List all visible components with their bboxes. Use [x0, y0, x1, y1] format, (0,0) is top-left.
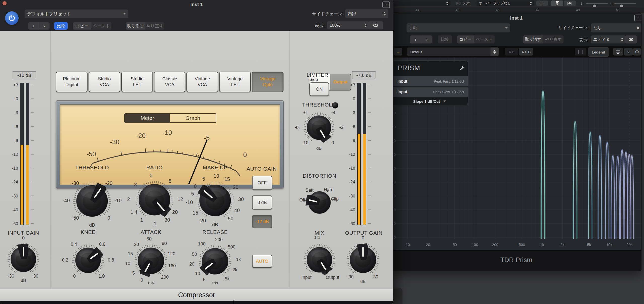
stepper-icon	[446, 2, 449, 5]
meter-scale-label: -12	[349, 152, 355, 157]
auto-gain-minus12-button[interactable]: -12 dB	[252, 215, 272, 228]
ratio-knob[interactable]: 5382121.420130:1	[124, 169, 185, 230]
compressor-plugin-header: Inst 1 ↑ デフォルトプリセット ‹ › 比較 コピー ペースト 取り消す…	[0, 0, 393, 31]
prev-preset-button[interactable]: ‹	[28, 22, 39, 30]
prism-view-label: 表示:	[568, 37, 588, 43]
vu-scale-label: 0	[243, 151, 247, 159]
knee-knob[interactable]: 0.40.60.20.801.0	[60, 233, 116, 288]
prism-sidechain-label: サイドチェーン:	[542, 25, 588, 31]
prism-prev-preset-button[interactable]: ‹	[410, 35, 421, 43]
prism-redo-button[interactable]: やり直す	[543, 35, 564, 43]
auto-gain-0db-button[interactable]: 0 dB	[252, 195, 272, 210]
pause-button[interactable]: ❙❙	[575, 48, 586, 56]
preset-stepper[interactable]	[491, 47, 499, 56]
help-button[interactable]: ?	[624, 48, 633, 56]
freq-axis-label: 10k	[606, 242, 613, 247]
prism-next-preset-button[interactable]: ›	[421, 35, 432, 43]
vzoom-slider[interactable]	[586, 3, 608, 4]
output-gain-knob[interactable]: 0-3030dB	[335, 232, 391, 288]
makeup-knob[interactable]: 05101520304050-5-10-15-20dB	[184, 170, 246, 231]
knob-scale-label: 10	[214, 173, 219, 179]
prism-sidechain-select[interactable]: なし	[591, 23, 641, 32]
ab-button[interactable]: A B	[505, 48, 518, 56]
model-button-vintage-vca[interactable]: VintageVCA	[186, 72, 218, 92]
db-scale-label-clipped: 0	[394, 111, 396, 115]
gear-icon[interactable]: ⚙	[633, 48, 641, 56]
model-button-vintage-opto[interactable]: VintageOpto	[252, 72, 284, 92]
prism-view-select[interactable]: エディタ	[591, 35, 626, 43]
legend-button[interactable]: Legend	[588, 47, 609, 57]
power-button[interactable]	[5, 11, 19, 25]
knob-scale-label: -40	[63, 198, 70, 203]
prism-channel-row[interactable]: Input Peak Fast, 1/12 oct	[391, 76, 468, 86]
redo-button[interactable]: やり直す	[145, 22, 164, 30]
view-zoom-select[interactable]: 100%	[327, 21, 369, 29]
knob-scale-label: 0	[22, 235, 25, 240]
model-button-studio-vca[interactable]: StudioVCA	[89, 72, 120, 92]
knob-scale-label: 40	[234, 208, 240, 213]
window-link-icon[interactable]: ↑	[382, 2, 390, 8]
prism-undo-button[interactable]: 取り消す	[523, 35, 543, 43]
prism-channel-row[interactable]: Input Peak Slow, 1/12 oct	[391, 87, 468, 97]
compressor-preset-select[interactable]: デフォルトプリセット	[25, 10, 128, 18]
link-icon	[373, 23, 379, 27]
model-button-platinum-digital[interactable]: PlatinumDigital	[56, 72, 88, 92]
model-button-studio-fet[interactable]: StudioFET	[121, 72, 153, 92]
limiter-title: LIMITER	[307, 72, 328, 78]
undo-button[interactable]: 取り消す	[126, 22, 145, 30]
routing-arrow-icon[interactable]: →	[394, 48, 402, 56]
limiter-on-button[interactable]: ON	[309, 82, 329, 96]
input-gain-knob[interactable]: 0-3030dB	[0, 232, 51, 287]
release-knob[interactable]: 10020050500201k102k55kms	[187, 233, 243, 289]
prism-view-value: エディタ	[593, 37, 610, 42]
sidechain-select[interactable]: 内部	[345, 9, 388, 18]
model-button-classic-vca[interactable]: ClassicVCA	[154, 72, 186, 92]
copy-button[interactable]: コピー	[73, 22, 91, 30]
auto-gain-off-button[interactable]: OFF	[252, 176, 272, 190]
prism-preset-select[interactable]: 手動	[407, 23, 510, 32]
stepper-icon	[637, 26, 639, 30]
meter-tab[interactable]: Meter	[125, 114, 170, 122]
prism-link-button[interactable]	[625, 35, 637, 43]
waveform-zoom-icon[interactable]	[536, 1, 548, 6]
window-link-icon[interactable]: ↑	[634, 15, 641, 21]
drag-mode-select[interactable]: オーバーラップなし	[477, 1, 534, 6]
prism-compare-button[interactable]: 比較	[438, 35, 452, 43]
next-preset-button[interactable]: ›	[39, 22, 50, 30]
prism-plugin-header: Inst 1 ↑ 手動 サイドチェーン: なし ‹ › 比較 コピー ペースト …	[391, 13, 641, 46]
model-button-vintage-fet[interactable]: VintageFET	[219, 72, 251, 92]
monitor-icon[interactable]	[613, 48, 623, 56]
limiter-threshold-knob[interactable]: -6-4-8-2-100dB	[292, 100, 346, 155]
knob-scale-label: -30	[8, 274, 14, 279]
meter-scale-label: -18	[349, 166, 355, 171]
vertical-auto-zoom-icon[interactable]	[551, 1, 563, 6]
paste-button[interactable]: ペースト	[91, 22, 111, 30]
link-button[interactable]	[368, 21, 383, 29]
wrench-icon[interactable]	[459, 65, 464, 72]
attack-knob[interactable]: 502080151201016052000ms	[123, 233, 179, 289]
a-to-b-button[interactable]: A > B	[519, 48, 533, 56]
ruler-bar-number: 45	[496, 8, 499, 12]
threshold-title: THRESHOLD	[75, 165, 109, 171]
meter-scale-label: +3	[13, 83, 18, 87]
auto-release-button[interactable]: AUTO	[252, 255, 272, 268]
compare-button[interactable]: 比較	[54, 22, 68, 30]
db-scale-label-clipped: 0	[394, 194, 396, 198]
distortion-knob[interactable]: SoftHardOffClip	[293, 176, 346, 229]
knob-unit-label: dB	[360, 279, 366, 284]
knob-scale-label: 1.4	[131, 209, 138, 215]
stepper-icon	[364, 24, 367, 27]
freq-axis-label: 10	[406, 242, 410, 247]
horizontal-auto-zoom-icon[interactable]	[564, 1, 576, 6]
prism-paste-button[interactable]: ペースト	[474, 35, 495, 43]
graph-tab[interactable]: Graph	[170, 114, 216, 122]
prism-copy-button[interactable]: コピー	[457, 35, 474, 43]
slope-select[interactable]: Slope 3 dB/Oct	[391, 97, 468, 105]
knob-scale-label: 200	[215, 237, 223, 242]
db-scale-label-clipped: 0	[394, 235, 396, 239]
threshold-knob[interactable]: -30-20-40-10-500dB	[61, 170, 123, 232]
knob-scale-label: 0.4	[71, 242, 77, 247]
prism-preset-field[interactable]: Default	[407, 47, 493, 56]
hzoom-slider[interactable]	[614, 3, 636, 4]
vzoom-slider-icon: ↕	[581, 1, 583, 5]
